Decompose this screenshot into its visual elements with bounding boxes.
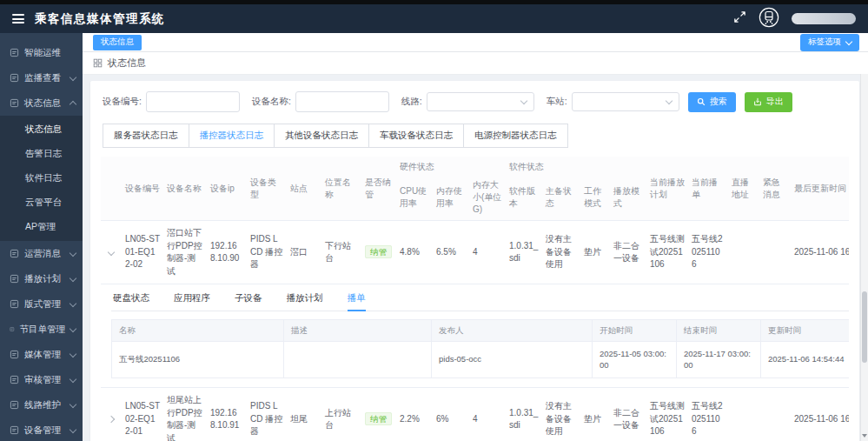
device-name-label: 设备名称: (252, 96, 291, 108)
device-name-input[interactable] (295, 91, 389, 112)
cell (759, 388, 791, 441)
station-label: 车站: (547, 96, 567, 108)
submenu-item-ap-management[interactable]: AP管理 (0, 215, 83, 239)
monitor-icon (10, 73, 19, 83)
sidebar-item-play-plan[interactable]: 播放计划 (0, 266, 83, 291)
user-avatar[interactable] (759, 7, 779, 31)
sidebar-item-monitor-view[interactable]: 监播查看 (0, 65, 83, 90)
detail-tab-sub-devices[interactable]: 子设备 (235, 291, 262, 311)
cell: PIDS LCD 播控器 (247, 388, 287, 441)
tab-controller-status-log[interactable]: 播控器状态日志 (189, 124, 275, 148)
column-header: 结束时间 (677, 320, 761, 341)
chevron-down-icon (520, 97, 527, 104)
status-table: 设备编号 设备名称 设备ip 设备类型 站点 位置名称 是否纳管 硬件状态 软件… (101, 157, 849, 441)
column-header: 当前播单 (688, 157, 728, 221)
tab-vehicle-device-status-log[interactable]: 车载设备状态日志 (368, 124, 464, 148)
sidebar-item-device-mgmt[interactable]: 设备管理 (0, 418, 83, 441)
line-select[interactable] (427, 92, 534, 111)
tab-power-controller-status-log[interactable]: 电源控制器状态日志 (463, 124, 568, 148)
line-label: 线路: (401, 96, 422, 108)
line-icon (10, 400, 19, 410)
detail-tab-playlist[interactable]: 播单 (348, 291, 366, 311)
table-scroll-area[interactable]: 设备编号 设备名称 设备ip 设备类型 站点 位置名称 是否纳管 硬件状态 软件… (101, 157, 849, 441)
tag-options-button[interactable]: 标签选项 (800, 34, 859, 51)
cell: 192.168.10.91 (207, 388, 247, 441)
column-header: 直播地址 (728, 157, 759, 221)
cell: 滘口站下行PDP控制器-测试 (163, 221, 207, 284)
chevron-down-icon (70, 350, 76, 357)
status-icon (10, 98, 19, 108)
submenu-item-cloud-platform[interactable]: 云管平台 (0, 190, 83, 215)
chevron-down-icon (70, 324, 76, 331)
export-icon (753, 97, 762, 106)
detail-tab-play-plan[interactable]: 播放计划 (287, 291, 323, 311)
cell: 没有主备设备使用 (542, 221, 580, 284)
column-header: 软件版本 (506, 175, 542, 221)
audit-icon (10, 375, 19, 384)
cell: PIDS LCD 播控器 (247, 221, 287, 284)
grid-icon (93, 58, 103, 68)
column-header: 内存大小(单位G) (469, 175, 506, 221)
layout-icon (10, 299, 19, 309)
submenu-item-status-info[interactable]: 状态信息 (0, 117, 83, 142)
station-select[interactable] (572, 92, 679, 111)
cell: 4 (469, 388, 506, 441)
cell: 坦尾站上行PDP控制器-测试 (163, 388, 207, 441)
cell: 192.168.10.90 (207, 221, 247, 284)
sidebar-item-status-info[interactable]: 状态信息 (0, 90, 83, 116)
cell: 五号线20251106 (112, 341, 284, 378)
scroll-down-arrow[interactable] (861, 432, 868, 439)
detail-tab-disk-status[interactable]: 硬盘状态 (113, 291, 149, 311)
cell: 非二合一设备 (610, 221, 646, 284)
device-icon (10, 425, 19, 435)
vertical-scrollbar[interactable] (860, 74, 868, 441)
cell: 没有主备设备使用 (542, 388, 580, 441)
cell: 五号线测试20251106 (646, 221, 688, 284)
column-header: 播放模式 (610, 175, 646, 221)
app-title: 乘客信息媒体管理系统 (35, 11, 165, 27)
sidebar-item-ops-message[interactable]: 运营消息 (0, 241, 83, 266)
fullscreen-icon[interactable] (733, 10, 746, 27)
sidebar-item-media-mgmt[interactable]: 媒体管理 (0, 342, 83, 367)
cell: 2025-11-06 16: (791, 388, 849, 441)
sidebar-item-smart-ops[interactable]: 智能运维 (0, 40, 83, 65)
cell: 2025-11-06 16: (791, 221, 849, 284)
cell (759, 221, 791, 284)
sidebar-item-audit-mgmt[interactable]: 审核管理 (0, 367, 83, 392)
chevron-down-icon (70, 249, 76, 256)
cell: 6.5% (433, 221, 469, 284)
cell: 下行站台 (321, 221, 361, 284)
hamburger-menu-icon[interactable] (12, 14, 24, 23)
column-header: 内存使用率 (433, 175, 469, 221)
cell: 非二合一设备 (610, 388, 646, 441)
column-header: 主备状态 (542, 175, 580, 221)
column-header: 工作模式 (580, 175, 610, 221)
export-button[interactable]: 导出 (745, 92, 792, 112)
device-no-input[interactable] (146, 91, 240, 112)
submenu-item-software-log[interactable]: 软件日志 (0, 166, 83, 190)
submenu-item-alarm-log[interactable]: 告警日志 (0, 142, 83, 166)
detail-tabs: 硬盘状态 应用程序 子设备 播放计划 播单 (111, 286, 849, 311)
cell: 4 (469, 221, 506, 284)
sidebar-item-line-maintenance[interactable]: 线路维护 (0, 392, 83, 418)
expand-row-icon[interactable] (108, 416, 115, 423)
tab-server-status-log[interactable]: 服务器状态日志 (103, 124, 189, 148)
schedule-icon (10, 274, 19, 284)
collapse-row-icon[interactable] (108, 249, 115, 256)
detail-tab-applications[interactable]: 应用程序 (174, 291, 210, 311)
chevron-down-icon (665, 97, 672, 104)
column-header: 名称 (112, 320, 284, 341)
column-header: 更新时间 (761, 320, 850, 341)
sidebar-item-program-mgmt[interactable]: 节目单管理 (0, 317, 83, 342)
column-header: 位置名称 (321, 157, 361, 221)
software-status-group-header: 软件状态 (506, 157, 646, 175)
tag-status-info[interactable]: 状态信息 (93, 35, 142, 50)
chevron-down-icon (845, 38, 852, 45)
tab-other-device-status-log[interactable]: 其他设备状态日志 (274, 124, 369, 148)
managed-badge: 纳管 (365, 412, 392, 425)
search-button[interactable]: 搜索 (688, 92, 736, 112)
device-no-label: 设备编号: (103, 96, 142, 108)
scrollbar-thumb[interactable] (862, 291, 867, 363)
sidebar-item-layout-mgmt[interactable]: 版式管理 (0, 291, 83, 317)
cell: 五号线20251106 (688, 388, 728, 441)
